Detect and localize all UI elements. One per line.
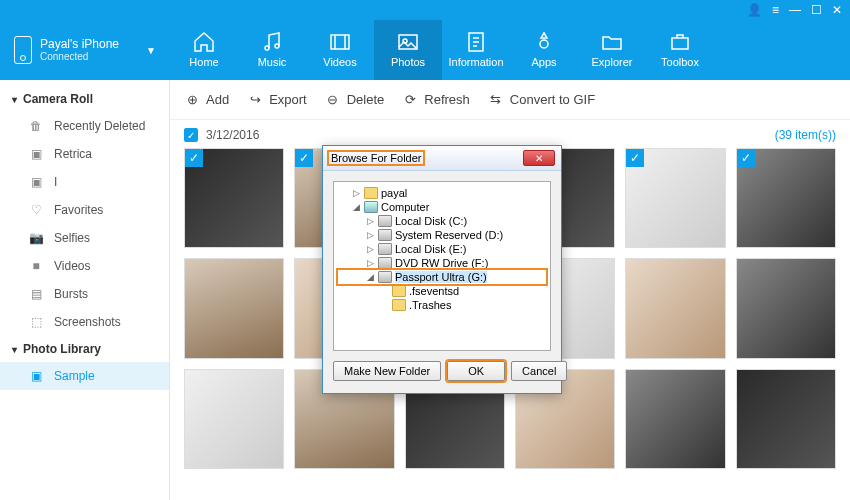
window-titlebar: 👤 ≡ — ☐ ✕: [0, 0, 850, 20]
svg-point-0: [265, 46, 269, 50]
dialog-close-button[interactable]: ✕: [523, 150, 555, 166]
svg-rect-6: [672, 38, 688, 49]
tab-information[interactable]: Information: [442, 20, 510, 80]
apps-icon: [532, 32, 556, 52]
folder-icon: [392, 285, 406, 297]
minus-icon: ⊖: [325, 92, 341, 108]
toolbar: ⊕Add ↪Export ⊖Delete ⟳Refresh ⇆Convert t…: [170, 80, 850, 120]
vcam-icon: ■: [28, 259, 44, 273]
sidebar-item-retrica[interactable]: ▣Retrica: [0, 140, 169, 168]
menu-icon[interactable]: ≡: [772, 3, 779, 17]
tree-item-dvd-rw-drive-f-[interactable]: ▷DVD RW Drive (F:): [338, 256, 546, 270]
make-new-folder-button[interactable]: Make New Folder: [333, 361, 441, 381]
image-icon: ▣: [28, 147, 44, 161]
thumbnail-checkbox[interactable]: ✓: [185, 149, 203, 167]
sidebar-section-photo-library[interactable]: Photo Library: [0, 336, 169, 362]
convert-gif-button[interactable]: ⇆Convert to GIF: [488, 92, 595, 108]
folder-tree[interactable]: ▷payal◢Computer▷Local Disk (C:)▷System R…: [333, 181, 551, 351]
tree-item-payal[interactable]: ▷payal: [338, 186, 546, 200]
drive-icon: [378, 271, 392, 283]
tab-music[interactable]: Music: [238, 20, 306, 80]
maximize-icon[interactable]: ☐: [811, 3, 822, 17]
photo-thumbnail[interactable]: [736, 369, 836, 469]
toolbox-icon: [668, 32, 692, 52]
item-count[interactable]: (39 item(s)): [775, 128, 836, 142]
delete-button[interactable]: ⊖Delete: [325, 92, 385, 108]
video-icon: [328, 32, 352, 52]
photo-thumbnail[interactable]: [736, 258, 836, 358]
refresh-button[interactable]: ⟳Refresh: [402, 92, 470, 108]
export-icon: ↪: [247, 92, 263, 108]
trash-icon: 🗑: [28, 119, 44, 133]
sidebar-item-sample[interactable]: ▣Sample: [0, 362, 169, 390]
drive-icon: [378, 215, 392, 227]
info-icon: [464, 32, 488, 52]
sidebar-item-favorites[interactable]: ♡Favorites: [0, 196, 169, 224]
screen-icon: ⬚: [28, 315, 44, 329]
explorer-icon: [600, 32, 624, 52]
photo-thumbnail[interactable]: [625, 258, 725, 358]
thumbnail-checkbox[interactable]: ✓: [295, 149, 313, 167]
thumbnail-checkbox[interactable]: ✓: [737, 149, 755, 167]
tree-item-local-disk-c-[interactable]: ▷Local Disk (C:): [338, 214, 546, 228]
device-selector[interactable]: Payal's iPhone Connected ▼: [0, 36, 170, 64]
select-all-checkbox[interactable]: ✓: [184, 128, 198, 142]
tree-item--trashes[interactable]: .Trashes: [338, 298, 546, 312]
tree-item-passport-ultra-g-[interactable]: ◢Passport Ultra (G:): [338, 270, 546, 284]
sidebar-item-selfies[interactable]: 📷Selfies: [0, 224, 169, 252]
expand-icon[interactable]: ◢: [366, 272, 375, 282]
expand-icon[interactable]: ▷: [366, 244, 375, 254]
folder-icon: [364, 187, 378, 199]
photo-thumbnail[interactable]: [184, 369, 284, 469]
burst-icon: ▤: [28, 287, 44, 301]
sidebar-item-screenshots[interactable]: ⬚Screenshots: [0, 308, 169, 336]
close-icon[interactable]: ✕: [832, 3, 842, 17]
sidebar-section-camera-roll[interactable]: Camera Roll: [0, 86, 169, 112]
folder-icon: [392, 299, 406, 311]
photo-thumbnail[interactable]: ✓: [625, 148, 725, 248]
sidebar-item-recently-deleted[interactable]: 🗑Recently Deleted: [0, 112, 169, 140]
ok-button[interactable]: OK: [447, 361, 505, 381]
tree-item-system-reserved-d-[interactable]: ▷System Reserved (D:): [338, 228, 546, 242]
dialog-titlebar: Browse For Folder ✕: [323, 146, 561, 171]
tab-explorer[interactable]: Explorer: [578, 20, 646, 80]
thumbnail-checkbox[interactable]: ✓: [626, 149, 644, 167]
tab-home[interactable]: Home: [170, 20, 238, 80]
sidebar-item-i[interactable]: ▣I: [0, 168, 169, 196]
tree-item-local-disk-e-[interactable]: ▷Local Disk (E:): [338, 242, 546, 256]
expand-icon[interactable]: ▷: [366, 230, 375, 240]
drive-icon: [378, 229, 392, 241]
device-name: Payal's iPhone: [40, 37, 119, 51]
image-icon: ▣: [28, 369, 44, 383]
minimize-icon[interactable]: —: [789, 3, 801, 17]
photo-thumbnail[interactable]: [184, 258, 284, 358]
sidebar: Camera Roll 🗑Recently Deleted▣Retrica▣I♡…: [0, 80, 170, 500]
tree-item-computer[interactable]: ◢Computer: [338, 200, 546, 214]
expand-icon[interactable]: ▷: [366, 258, 375, 268]
browse-folder-dialog: Browse For Folder ✕ ▷payal◢Computer▷Loca…: [322, 145, 562, 394]
tab-toolbox[interactable]: Toolbox: [646, 20, 714, 80]
tree-item--fseventsd[interactable]: .fseventsd: [338, 284, 546, 298]
device-status: Connected: [40, 51, 119, 63]
expand-icon[interactable]: ◢: [352, 202, 361, 212]
expand-icon[interactable]: ▷: [366, 216, 375, 226]
plus-icon: ⊕: [184, 92, 200, 108]
sidebar-item-videos[interactable]: ■Videos: [0, 252, 169, 280]
photo-thumbnail[interactable]: [625, 369, 725, 469]
cancel-button[interactable]: Cancel: [511, 361, 567, 381]
user-icon[interactable]: 👤: [747, 3, 762, 17]
drive-icon: [378, 257, 392, 269]
tab-apps[interactable]: Apps: [510, 20, 578, 80]
sidebar-item-bursts[interactable]: ▤Bursts: [0, 280, 169, 308]
expand-icon[interactable]: ▷: [352, 188, 361, 198]
tab-videos[interactable]: Videos: [306, 20, 374, 80]
dialog-title: Browse For Folder: [329, 152, 423, 164]
app-header: Payal's iPhone Connected ▼ HomeMusicVide…: [0, 20, 850, 80]
comp-icon: [364, 201, 378, 213]
tab-photos[interactable]: Photos: [374, 20, 442, 80]
photo-thumbnail[interactable]: ✓: [184, 148, 284, 248]
photo-thumbnail[interactable]: ✓: [736, 148, 836, 248]
export-button[interactable]: ↪Export: [247, 92, 307, 108]
svg-rect-2: [331, 35, 349, 49]
add-button[interactable]: ⊕Add: [184, 92, 229, 108]
